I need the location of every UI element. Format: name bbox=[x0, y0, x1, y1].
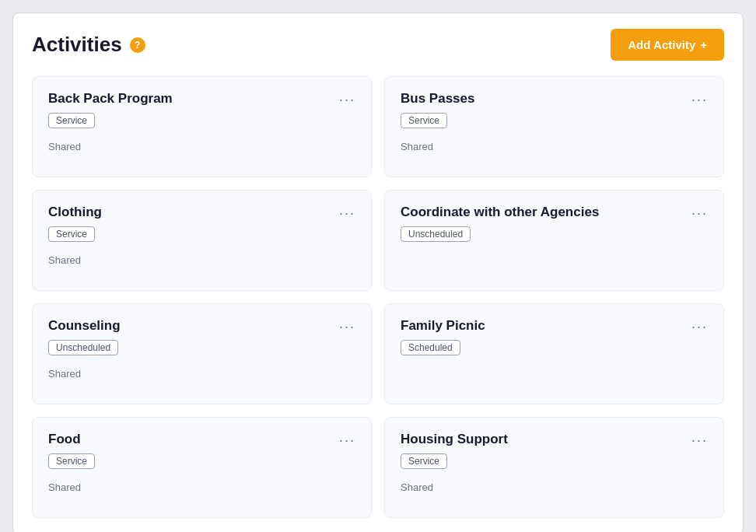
add-activity-plus-icon: + bbox=[700, 38, 707, 51]
card-header: Housing Support ··· bbox=[401, 432, 708, 447]
activity-card: Clothing ··· Service Shared bbox=[32, 190, 372, 291]
activity-card: Housing Support ··· Service Shared bbox=[384, 417, 724, 518]
activity-status: Shared bbox=[48, 141, 355, 152]
activity-badge: Service bbox=[401, 453, 447, 469]
activity-menu-icon[interactable]: ··· bbox=[691, 320, 708, 334]
card-header: Food ··· bbox=[48, 432, 355, 447]
activity-title: Family Picnic bbox=[401, 318, 485, 334]
header-left: Activities ? bbox=[32, 33, 145, 57]
page-container: Activities ? Add Activity + Back Pack Pr… bbox=[12, 12, 744, 532]
card-header: Counseling ··· bbox=[48, 318, 355, 334]
activity-menu-icon[interactable]: ··· bbox=[691, 206, 708, 220]
activity-menu-icon[interactable]: ··· bbox=[339, 206, 355, 220]
activity-title: Back Pack Program bbox=[48, 91, 173, 107]
activity-menu-icon[interactable]: ··· bbox=[691, 93, 708, 107]
activity-menu-icon[interactable]: ··· bbox=[339, 93, 355, 107]
activity-title: Bus Passes bbox=[401, 91, 474, 107]
activity-title: Food bbox=[48, 432, 81, 447]
add-activity-label: Add Activity bbox=[628, 38, 695, 51]
activity-status: Shared bbox=[401, 141, 708, 152]
activity-badge: Service bbox=[401, 113, 447, 128]
activity-card: Counseling ··· Unscheduled Shared bbox=[32, 303, 372, 404]
card-header: Back Pack Program ··· bbox=[48, 91, 355, 107]
activity-badge: Scheduled bbox=[401, 340, 460, 355]
page-title: Activities bbox=[32, 33, 122, 57]
card-header: Coordinate with other Agencies ··· bbox=[401, 205, 708, 220]
activity-menu-icon[interactable]: ··· bbox=[691, 433, 708, 447]
card-header: Bus Passes ··· bbox=[401, 91, 708, 107]
activity-badge: Service bbox=[48, 113, 95, 128]
activity-badge: Service bbox=[48, 453, 95, 469]
activity-menu-icon[interactable]: ··· bbox=[339, 433, 355, 447]
card-header: Family Picnic ··· bbox=[401, 318, 708, 334]
activities-grid: Back Pack Program ··· Service Shared Bus… bbox=[32, 76, 724, 518]
activity-title: Housing Support bbox=[401, 432, 508, 447]
activity-card: Bus Passes ··· Service Shared bbox=[384, 76, 724, 177]
add-activity-button[interactable]: Add Activity + bbox=[611, 29, 724, 61]
activity-badge: Unscheduled bbox=[48, 340, 118, 355]
activity-badge: Unscheduled bbox=[401, 226, 471, 242]
activity-status: Shared bbox=[401, 481, 708, 493]
help-icon[interactable]: ? bbox=[130, 37, 145, 53]
activity-title: Counseling bbox=[48, 318, 121, 334]
activity-menu-icon[interactable]: ··· bbox=[339, 320, 355, 334]
activity-title: Coordinate with other Agencies bbox=[401, 205, 599, 220]
activity-status: Shared bbox=[48, 368, 355, 380]
activity-card: Coordinate with other Agencies ··· Unsch… bbox=[384, 190, 724, 291]
activity-card: Family Picnic ··· Scheduled bbox=[384, 303, 724, 404]
page-header: Activities ? Add Activity + bbox=[32, 29, 724, 61]
activity-status: Shared bbox=[48, 254, 355, 266]
activity-card: Back Pack Program ··· Service Shared bbox=[32, 76, 372, 177]
activity-badge: Service bbox=[48, 226, 95, 242]
activity-card: Food ··· Service Shared bbox=[32, 417, 372, 518]
activity-title: Clothing bbox=[48, 205, 102, 220]
activity-status: Shared bbox=[48, 481, 355, 493]
card-header: Clothing ··· bbox=[48, 205, 355, 220]
